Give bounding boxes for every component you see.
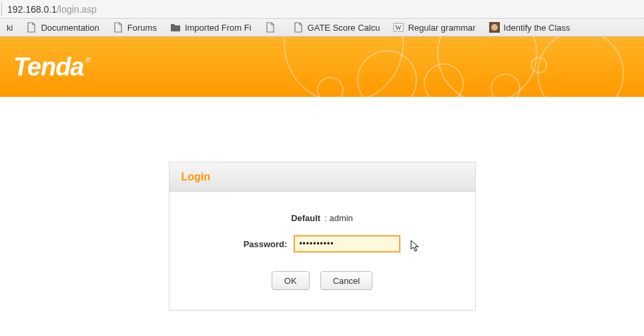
ok-button[interactable]: OK <box>272 271 310 290</box>
page-icon <box>265 22 276 33</box>
wikipedia-icon: W <box>393 22 404 33</box>
bookmark-label: Forums <box>127 23 157 33</box>
bookmark-empty[interactable] <box>260 20 285 35</box>
bookmark-imported-folder[interactable]: Imported From Fi <box>165 20 257 35</box>
login-title: Login <box>182 171 211 183</box>
bookmark-identify-class[interactable]: Identify the Class <box>484 20 576 35</box>
svg-point-3 <box>491 24 498 31</box>
password-input[interactable] <box>294 235 400 253</box>
bookmark-ki[interactable]: ki <box>1 21 18 35</box>
bookmark-label: Identify the Class <box>504 23 571 33</box>
page-icon <box>293 22 304 33</box>
bookmark-regular-grammar[interactable]: W Regular grammar <box>388 20 480 35</box>
bookmarks-bar: ki Documentation Forums Imported From Fi… <box>0 19 644 37</box>
bookmark-label: ki <box>7 23 13 33</box>
bookmark-documentation[interactable]: Documentation <box>21 20 104 35</box>
brand-logo: Tenda ® <box>13 53 84 81</box>
address-bar: 192.168.0.1 /login.asp <box>0 0 644 19</box>
svg-text:W: W <box>396 24 402 31</box>
bookmark-label: Documentation <box>41 23 99 33</box>
default-value: : admin <box>324 213 353 223</box>
decorative-bubbles <box>270 37 644 97</box>
bookmark-label: Regular grammar <box>408 23 475 33</box>
url-host[interactable]: 192.168.0.1 <box>7 4 57 15</box>
login-body: Default : admin Password: OK Cancel <box>170 192 475 310</box>
favicon-icon <box>489 22 500 33</box>
page-icon <box>26 22 37 33</box>
addr-divider <box>1 3 2 16</box>
page-icon <box>113 22 123 33</box>
button-row: OK Cancel <box>183 271 462 290</box>
login-container: Login Default : admin Password: OK Cance… <box>0 97 644 311</box>
folder-icon <box>170 22 181 33</box>
default-label: Default <box>291 213 320 223</box>
bookmark-forums[interactable]: Forums <box>107 20 162 35</box>
brand-name: Tenda <box>13 53 84 81</box>
bookmark-gate-score[interactable]: GATE Score Calcu <box>288 20 386 35</box>
header-banner: Tenda ® <box>0 37 644 97</box>
bookmark-label: GATE Score Calcu <box>308 23 380 33</box>
url-path[interactable]: /login.asp <box>57 4 97 15</box>
default-row: Default : admin <box>183 213 462 223</box>
bookmark-label: Imported From Fi <box>185 23 252 33</box>
password-label: Password: <box>244 239 288 249</box>
login-panel: Login Default : admin Password: OK Cance… <box>169 162 476 311</box>
password-row: Password: <box>183 235 462 253</box>
login-title-bar: Login <box>170 162 475 192</box>
registered-icon: ® <box>85 57 90 64</box>
cancel-button[interactable]: Cancel <box>320 271 372 290</box>
